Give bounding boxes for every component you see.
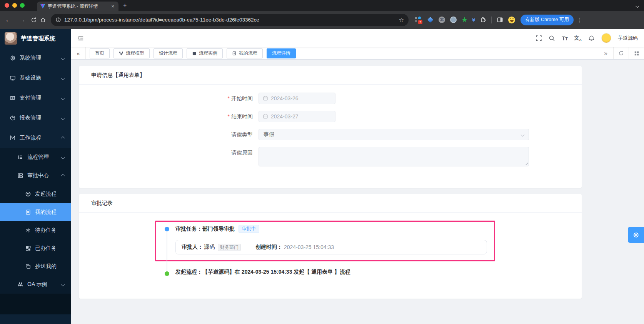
reload-button[interactable] — [31, 17, 37, 23]
site-favicon-icon — [40, 3, 45, 9]
page-content: 申请信息【通用表单】 开始时间 2024-03-26 结束时间 2024- — [71, 60, 644, 324]
window-controls — [0, 3, 30, 8]
calendar-icon — [263, 96, 268, 101]
double-chevron-extension-icon[interactable] — [472, 19, 475, 21]
fullscreen-icon[interactable] — [536, 35, 542, 42]
tab-design-process[interactable]: 设计流程 — [153, 48, 183, 58]
chevron-down-icon — [61, 282, 65, 286]
app-logo-row[interactable]: 芋道管理系统 — [0, 29, 71, 48]
app-header: TT 文A 芋道源码 — [71, 29, 644, 47]
tab-home[interactable]: 首页 — [90, 48, 110, 58]
created-time-group: 创建时间： 2024-03-25 15:04:33 — [255, 244, 334, 251]
sidebar-item-my-process[interactable]: 我的流程 — [0, 203, 71, 221]
sidebar-item-workflow[interactable]: 工作流程 — [0, 128, 71, 148]
tab-search-chevron-icon[interactable] — [636, 2, 639, 9]
gear-icon — [632, 231, 640, 239]
sidebar: 芋道管理系统 系统管理 基础设施 支付管理 报表管理 工作流程 — [0, 29, 71, 324]
form-row-end-time: 结束时间 2024-03-27 — [79, 111, 582, 122]
url-bar[interactable]: 127.0.0.1/bpm/process-instance/detail?id… — [51, 14, 409, 26]
settings-floating-button[interactable] — [628, 227, 644, 243]
sidebar-item-system-management[interactable]: 系统管理 — [0, 48, 71, 68]
toolbar-divider — [491, 17, 492, 23]
kite-extension-icon[interactable] — [427, 17, 434, 23]
pie-chart-icon — [10, 115, 16, 121]
calendar-icon — [263, 114, 268, 119]
url-text: 127.0.0.1/bpm/process-instance/detail?id… — [64, 17, 399, 23]
leave-type-label: 请假类型 — [151, 129, 253, 140]
username: 芋道源码 — [618, 35, 638, 42]
sidebar-item-infrastructure[interactable]: 基础设施 — [0, 68, 71, 88]
command-extension-icon[interactable]: ⌘ — [439, 17, 445, 23]
tab-my-process[interactable]: 我的流程 — [227, 48, 263, 58]
approver-label: 审批人： — [182, 244, 203, 251]
chevron-down-icon — [521, 133, 525, 136]
sidebar-item-process-management[interactable]: 流程管理 — [0, 148, 71, 166]
search-icon[interactable] — [549, 35, 555, 42]
profile-emoji-icon[interactable] — [508, 17, 515, 23]
sidebar-item-todo-tasks[interactable]: 待办任务 — [0, 221, 71, 239]
tabs-layout-grid-icon[interactable] — [629, 47, 644, 59]
side-panel-icon[interactable] — [497, 17, 503, 23]
chrome-update-button[interactable]: 有新版 Chrome 可用 — [521, 15, 574, 25]
home-button[interactable] — [40, 17, 46, 23]
approver-name: 源码 — [204, 244, 215, 251]
tabs-scroll-right-icon[interactable]: » — [598, 47, 613, 59]
minimize-window-button[interactable] — [12, 3, 17, 8]
bookmark-star-icon[interactable]: ☆ — [399, 17, 404, 23]
extensions-puzzle-icon[interactable] — [480, 17, 486, 23]
screen: 芋道管理系统 - 流程详情 × + ← → 127.0.0.1/bpm/proc… — [0, 0, 644, 324]
timeline-dot-start — [165, 271, 169, 276]
sidebar-item-initiate-process[interactable]: 发起流程 — [0, 185, 71, 203]
tab-process-model[interactable]: 流程模型 — [113, 48, 150, 58]
browser-tab[interactable]: 芋道管理系统 - 流程详情 × — [37, 2, 118, 11]
site-info-icon[interactable] — [55, 17, 61, 23]
sidebar-item-report-management[interactable]: 报表管理 — [0, 108, 71, 128]
sidebar-item-oa-example[interactable]: OA 示例 — [0, 275, 71, 294]
browser-menu-icon[interactable]: ⋮ — [577, 17, 582, 23]
approval-task-row: 审批任务：部门领导审批 审批中 — [175, 225, 259, 233]
start-time-label: 开始时间 — [151, 93, 253, 104]
new-tab-button[interactable]: + — [123, 2, 127, 9]
gear-icon — [10, 55, 16, 61]
sidebar-item-payment-management[interactable]: 支付管理 — [0, 88, 71, 108]
end-time-label: 结束时间 — [151, 111, 253, 122]
close-tab-icon[interactable]: × — [110, 3, 115, 9]
textarea-resize-handle[interactable] — [524, 162, 528, 165]
application-info-title: 申请信息【通用表单】 — [79, 66, 582, 85]
user-avatar[interactable] — [601, 33, 611, 43]
sidebar-item-approval-center[interactable]: 审批中心 — [0, 166, 71, 185]
tab-process-instance[interactable]: 流程实例 — [187, 48, 223, 58]
sidebar-fold-icon[interactable] — [77, 35, 84, 42]
tab-process-detail[interactable]: 流程详情 — [267, 48, 296, 58]
sidebar-submenu-workflow: 流程管理 审批中心 发起流程 我的流程 待办任务 已办 — [0, 148, 71, 294]
sidebar-item-cc-to-me[interactable]: 抄送我的 — [0, 257, 71, 275]
forward-button[interactable]: → — [17, 16, 28, 24]
chevron-down-icon — [61, 155, 65, 159]
circle-extension-icon[interactable] — [450, 17, 457, 23]
leave-reason-textarea[interactable] — [259, 147, 529, 166]
end-time-input[interactable]: 2024-03-27 — [259, 111, 335, 122]
header-actions: TT 文A 芋道源码 — [536, 33, 644, 43]
leave-type-select[interactable]: 事假 — [259, 129, 529, 140]
sidebar-item-done-tasks[interactable]: 已办任务 — [0, 239, 71, 257]
form-row-start-time: 开始时间 2024-03-26 — [79, 93, 582, 104]
browser-toolbar: ← → 127.0.0.1/bpm/process-instance/detai… — [0, 11, 644, 29]
star-extension-icon[interactable] — [462, 17, 467, 23]
extension-badge: 7 — [418, 20, 422, 24]
tabs-scroll-left-icon[interactable]: « — [71, 47, 86, 59]
tabs-refresh-icon[interactable] — [613, 47, 629, 59]
password-manager-extension-icon[interactable]: 7 — [415, 17, 422, 23]
status-badge: 审批中 — [239, 225, 259, 233]
translate-icon[interactable]: 文A — [574, 35, 582, 42]
department-tag: 财务部门 — [218, 244, 241, 251]
close-window-button[interactable] — [5, 3, 9, 8]
font-size-icon[interactable]: TT — [562, 35, 567, 42]
approval-task-title: 审批任务：部门领导审批 — [175, 226, 235, 233]
zoom-window-button[interactable] — [20, 3, 25, 8]
app-logo — [5, 32, 17, 45]
back-button[interactable]: ← — [3, 16, 14, 24]
start-time-input[interactable]: 2024-03-26 — [259, 93, 335, 104]
document-icon — [25, 209, 31, 215]
application-form: 开始时间 2024-03-26 结束时间 2024-03-27 — [79, 85, 582, 166]
bell-icon[interactable] — [588, 35, 595, 42]
